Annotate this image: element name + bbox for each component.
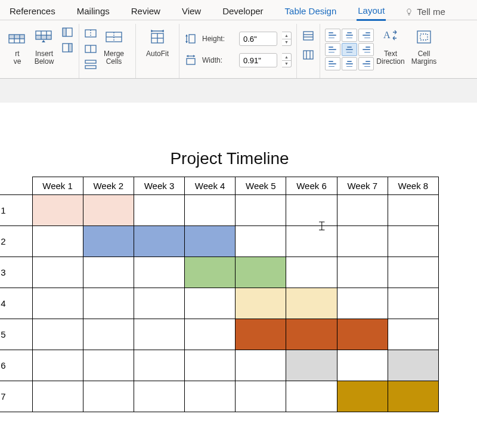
task-label[interactable]: sk 6	[0, 350, 32, 381]
timeline-cell[interactable]	[32, 226, 83, 257]
timeline-cell[interactable]	[388, 257, 438, 288]
timeline-cell[interactable]	[388, 319, 438, 350]
split-cells-mini-button[interactable]	[84, 43, 97, 55]
timeline-cell[interactable]	[337, 226, 388, 257]
timeline-cell[interactable]	[83, 257, 134, 288]
task-label[interactable]: sk 7	[0, 381, 32, 412]
week-header[interactable]: Week 4	[185, 177, 236, 195]
tab-layout[interactable]: Layout	[357, 3, 386, 21]
timeline-cell[interactable]	[388, 350, 438, 381]
timeline-cell[interactable]	[236, 195, 286, 226]
timeline-cell[interactable]	[286, 319, 337, 350]
align-top-left[interactable]	[325, 29, 340, 42]
timeline-cell[interactable]	[337, 288, 388, 319]
week-header[interactable]: Week 8	[388, 177, 438, 195]
timeline-table[interactable]: Week 1Week 2Week 3Week 4Week 5Week 6Week…	[0, 177, 439, 412]
timeline-cell[interactable]	[337, 195, 388, 226]
insert-right-button[interactable]	[61, 42, 74, 54]
timeline-cell[interactable]	[134, 226, 184, 257]
tab-developer[interactable]: Developer	[221, 4, 264, 20]
task-label[interactable]: sk 4	[0, 288, 32, 319]
timeline-cell[interactable]	[286, 195, 337, 226]
timeline-cell[interactable]	[83, 226, 134, 257]
timeline-cell[interactable]	[185, 350, 236, 381]
timeline-cell[interactable]	[134, 257, 184, 288]
timeline-cell[interactable]	[236, 226, 286, 257]
timeline-cell[interactable]	[83, 319, 134, 350]
timeline-cell[interactable]	[236, 257, 286, 288]
timeline-cell[interactable]	[236, 350, 286, 381]
week-header[interactable]: Week 2	[83, 177, 134, 195]
align-bot-right[interactable]	[358, 57, 374, 70]
tab-references[interactable]: References	[8, 4, 57, 20]
timeline-cell[interactable]	[32, 257, 83, 288]
week-header[interactable]: Week 3	[134, 177, 184, 195]
timeline-cell[interactable]	[337, 381, 388, 412]
timeline-cell[interactable]	[32, 381, 83, 412]
distribute-columns-button[interactable]	[302, 49, 315, 61]
align-top-right[interactable]	[358, 29, 374, 42]
task-label[interactable]: sk 1	[0, 195, 32, 226]
align-bot-center[interactable]	[342, 57, 357, 70]
week-header[interactable]: Week 1	[32, 177, 83, 195]
timeline-cell[interactable]	[185, 226, 236, 257]
timeline-cell[interactable]	[185, 381, 236, 412]
task-label[interactable]: sk 5	[0, 319, 32, 350]
timeline-cell[interactable]	[83, 195, 134, 226]
tell-me[interactable]: Tell me	[405, 7, 445, 17]
insert-left-button[interactable]	[61, 26, 74, 38]
week-header[interactable]: Week 7	[337, 177, 388, 195]
timeline-cell[interactable]	[83, 350, 134, 381]
timeline-cell[interactable]	[185, 195, 236, 226]
align-mid-center[interactable]	[342, 43, 357, 56]
timeline-cell[interactable]	[83, 381, 134, 412]
timeline-cell[interactable]	[32, 288, 83, 319]
timeline-cell[interactable]	[286, 288, 337, 319]
timeline-cell[interactable]	[286, 226, 337, 257]
timeline-cell[interactable]	[286, 381, 337, 412]
task-label[interactable]: sk 3	[0, 257, 32, 288]
autofit-button[interactable]: AutoFit	[141, 24, 174, 58]
merge-cells-mini-button[interactable]	[84, 27, 97, 39]
merge-cells-button[interactable]: Merge Cells	[97, 24, 131, 66]
height-stepper[interactable]: ▲▼	[282, 32, 292, 46]
week-header[interactable]: Week 5	[236, 177, 286, 195]
corner-cell[interactable]	[0, 177, 32, 195]
timeline-cell[interactable]	[388, 381, 438, 412]
timeline-cell[interactable]	[32, 195, 83, 226]
timeline-cell[interactable]	[388, 226, 438, 257]
timeline-cell[interactable]	[185, 319, 236, 350]
timeline-cell[interactable]	[236, 319, 286, 350]
insert-below-button[interactable]: Insert Below	[27, 24, 61, 66]
timeline-cell[interactable]	[134, 288, 184, 319]
timeline-cell[interactable]	[236, 381, 286, 412]
timeline-cell[interactable]	[185, 257, 236, 288]
distribute-rows-button[interactable]	[302, 30, 315, 42]
timeline-cell[interactable]	[337, 319, 388, 350]
timeline-cell[interactable]	[134, 381, 184, 412]
align-bot-left[interactable]	[325, 57, 340, 70]
insert-above-button[interactable]: rt ve	[7, 24, 27, 66]
cell-margins-button[interactable]: Cell Margins	[407, 24, 441, 66]
task-label[interactable]: sk 2	[0, 226, 32, 257]
timeline-cell[interactable]	[388, 195, 438, 226]
tab-mailings[interactable]: Mailings	[76, 4, 111, 20]
timeline-cell[interactable]	[185, 288, 236, 319]
timeline-cell[interactable]	[32, 319, 83, 350]
align-mid-right[interactable]	[358, 43, 374, 56]
height-input[interactable]	[239, 32, 277, 46]
timeline-cell[interactable]	[32, 350, 83, 381]
timeline-cell[interactable]	[236, 288, 286, 319]
timeline-cell[interactable]	[134, 319, 184, 350]
tab-table-design[interactable]: Table Design	[284, 4, 338, 20]
split-table-mini-button[interactable]	[84, 58, 97, 70]
timeline-cell[interactable]	[337, 350, 388, 381]
tab-review[interactable]: Review	[130, 4, 162, 20]
text-direction-button[interactable]: A Text Direction	[374, 24, 407, 66]
width-stepper[interactable]: ▲▼	[282, 53, 292, 67]
timeline-cell[interactable]	[83, 288, 134, 319]
width-input[interactable]	[239, 53, 277, 67]
timeline-cell[interactable]	[388, 288, 438, 319]
timeline-cell[interactable]	[286, 350, 337, 381]
align-mid-left[interactable]	[325, 43, 340, 56]
